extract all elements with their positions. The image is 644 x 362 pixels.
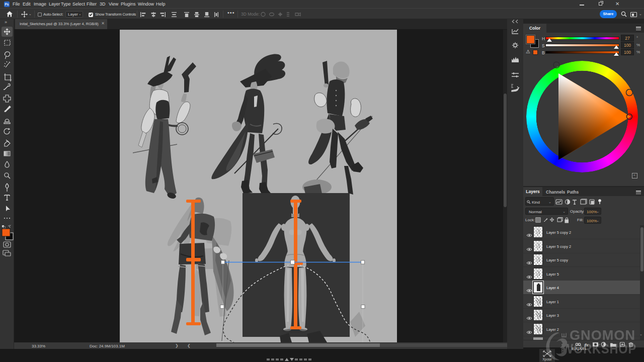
svg-text:fx: fx: [585, 342, 589, 347]
